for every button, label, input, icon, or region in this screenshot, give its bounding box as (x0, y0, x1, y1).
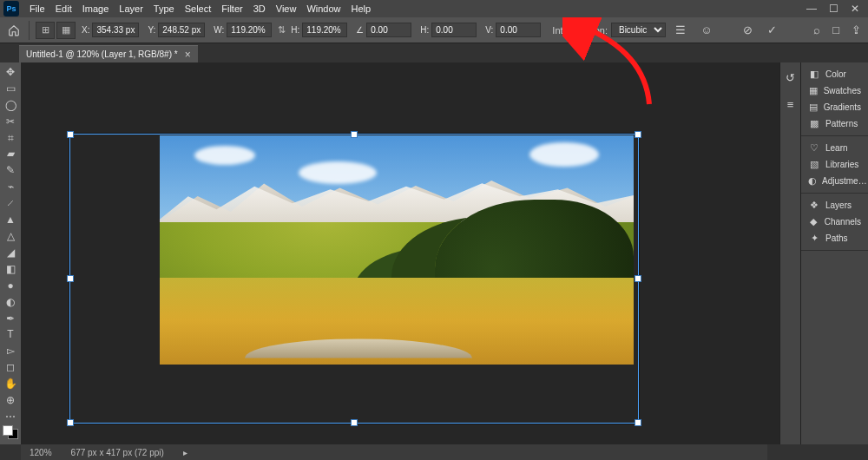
arrange-icon[interactable]: □ (832, 23, 839, 36)
x-label: X: (82, 25, 89, 35)
healing-tool[interactable]: ⌁ (1, 179, 20, 194)
panel-libraries[interactable]: ▧Libraries (801, 156, 868, 173)
handle-right[interactable] (635, 275, 641, 282)
color-swatch[interactable] (3, 425, 18, 439)
hand-tool[interactable]: ✋ (1, 376, 20, 391)
menu-edit[interactable]: Edit (50, 3, 77, 14)
handle-bottom-right[interactable] (635, 419, 641, 426)
document-tab-title: Untitled-1 @ 120% (Layer 1, RGB/8#) * (26, 49, 178, 59)
frame-tool[interactable]: ▰ (1, 147, 20, 162)
panel-adjustments[interactable]: ◐Adjustme… (801, 173, 868, 189)
maximize-button[interactable]: ☐ (829, 3, 838, 15)
properties-icon[interactable]: ≡ (787, 98, 794, 111)
options-bar: ⊞▦ X:354.33 px Y:248.52 px W:119.20%⇅H:1… (0, 17, 868, 43)
channels-icon: ◆ (808, 216, 819, 227)
menu-view[interactable]: View (271, 3, 302, 14)
commit-transform-icon[interactable]: ✓ (763, 21, 782, 40)
panel-learn[interactable]: ♡Learn (801, 140, 868, 156)
menu-window[interactable]: Window (301, 3, 345, 14)
tools-panel: ✥ ▭ ◯ ✂ ⌗ ▰ ✎ ⌁ ⟋ ▲ △ ◢ ◧ ● ◐ ✒ T ▻ ◻ ✋ … (0, 62, 21, 444)
menu-select[interactable]: Select (180, 3, 217, 14)
document-tab-bar: Untitled-1 @ 120% (Layer 1, RGB/8#) * × (0, 43, 868, 62)
marquee-tool[interactable]: ▭ (1, 81, 20, 96)
type-tool[interactable]: T (1, 327, 20, 343)
lasso-tool[interactable]: ◯ (1, 97, 20, 113)
app-logo: Ps (3, 1, 19, 16)
move-tool[interactable]: ✥ (1, 64, 20, 80)
canvas[interactable] (21, 62, 779, 444)
path-tool[interactable]: ▻ (1, 343, 20, 358)
collapsed-panels-strip: ↺ ≡ (779, 62, 800, 444)
share-icon[interactable]: ⇪ (852, 23, 861, 36)
doc-info[interactable]: 677 px x 417 px (72 ppi) (71, 448, 164, 457)
close-button[interactable]: ✕ (851, 3, 859, 15)
handle-left[interactable] (67, 275, 74, 282)
search-icon[interactable]: ⌕ (813, 23, 820, 36)
panel-layers[interactable]: ❖Layers (801, 197, 868, 214)
skewv-field[interactable]: 0.00 (496, 23, 541, 37)
quick-select-tool[interactable]: ✂ (1, 114, 20, 129)
w-label: W: (214, 25, 224, 35)
adjustments-icon: ◐ (808, 175, 817, 187)
handle-top[interactable] (351, 131, 358, 138)
history-icon[interactable]: ↺ (786, 71, 795, 84)
x-field[interactable]: 354.33 px (92, 23, 139, 37)
stamp-tool[interactable]: ▲ (1, 212, 20, 227)
panel-channels[interactable]: ◆Channels (801, 214, 868, 230)
eraser-tool[interactable]: ◢ (1, 245, 20, 260)
h-label: H: (291, 25, 299, 35)
eyedropper-tool[interactable]: ✎ (1, 162, 20, 178)
options-bar-right: ⌕ □ ⇪ (813, 23, 861, 36)
edit-toolbar[interactable]: ⋯ (1, 409, 20, 424)
menu-bar: Ps File Edit Image Layer Type Select Fil… (0, 0, 868, 17)
history-brush-tool[interactable]: △ (1, 228, 20, 244)
window-controls: — ☐ ✕ (806, 3, 865, 15)
tab-close-icon[interactable]: × (185, 49, 191, 61)
gradient-tool[interactable]: ◧ (1, 261, 20, 277)
puppet-icon[interactable]: ☺ (697, 21, 716, 40)
document-tab[interactable]: Untitled-1 @ 120% (Layer 1, RGB/8#) * × (19, 45, 198, 62)
menu-type[interactable]: Type (148, 3, 180, 14)
interpolation-select[interactable]: Bicubic (611, 23, 666, 37)
transform-bounding-box[interactable] (69, 134, 639, 424)
home-button[interactable] (5, 22, 23, 39)
cancel-transform-icon[interactable]: ⊘ (739, 21, 758, 40)
y-field[interactable]: 248.52 px (158, 23, 205, 37)
blur-tool[interactable]: ● (1, 278, 20, 293)
warp-mode-icon[interactable]: ☰ (671, 21, 690, 40)
main-area: ✥ ▭ ◯ ✂ ⌗ ▰ ✎ ⌁ ⟋ ▲ △ ◢ ◧ ● ◐ ✒ T ▻ ◻ ✋ … (0, 62, 868, 444)
panel-paths[interactable]: ✦Paths (801, 230, 868, 246)
handle-top-right[interactable] (635, 131, 641, 138)
zoom-display[interactable]: 120% (30, 448, 52, 457)
handle-top-left[interactable] (67, 131, 74, 138)
reference-point-toggle[interactable]: ⊞▦ (36, 22, 76, 39)
handle-bottom[interactable] (351, 419, 358, 426)
zoom-tool[interactable]: ⊕ (1, 392, 20, 408)
panel-patterns[interactable]: ▩Patterns (801, 115, 868, 132)
menu-help[interactable]: Help (346, 3, 377, 14)
y-label: Y: (148, 25, 155, 35)
panels-dock: ◧Color ▦Swatches ▤Gradients ▩Patterns ♡L… (800, 62, 868, 444)
shape-tool[interactable]: ◻ (1, 359, 20, 375)
panel-swatches[interactable]: ▦Swatches (801, 82, 868, 99)
menu-image[interactable]: Image (77, 3, 115, 14)
pen-tool[interactable]: ✒ (1, 311, 20, 326)
panel-gradients[interactable]: ▤Gradients (801, 99, 868, 115)
w-field[interactable]: 119.20% (227, 23, 272, 37)
menu-layer[interactable]: Layer (114, 3, 148, 14)
crop-tool[interactable]: ⌗ (1, 130, 20, 146)
brush-tool[interactable]: ⟋ (1, 195, 20, 211)
angle-field[interactable]: 0.00 (366, 23, 411, 37)
menu-file[interactable]: File (24, 3, 50, 14)
link-icon[interactable]: ⇅ (274, 23, 288, 38)
doc-info-chevron-icon[interactable]: ▸ (183, 448, 187, 457)
menu-filter[interactable]: Filter (216, 3, 247, 14)
skewh-field[interactable]: 0.00 (431, 23, 477, 37)
panel-color[interactable]: ◧Color (801, 66, 868, 82)
minimize-button[interactable]: — (806, 3, 817, 15)
handle-bottom-left[interactable] (67, 419, 74, 426)
h-field[interactable]: 119.20% (302, 23, 347, 37)
menu-3d[interactable]: 3D (248, 3, 271, 14)
dodge-tool[interactable]: ◐ (1, 294, 20, 310)
skewh-label: H: (420, 25, 429, 35)
